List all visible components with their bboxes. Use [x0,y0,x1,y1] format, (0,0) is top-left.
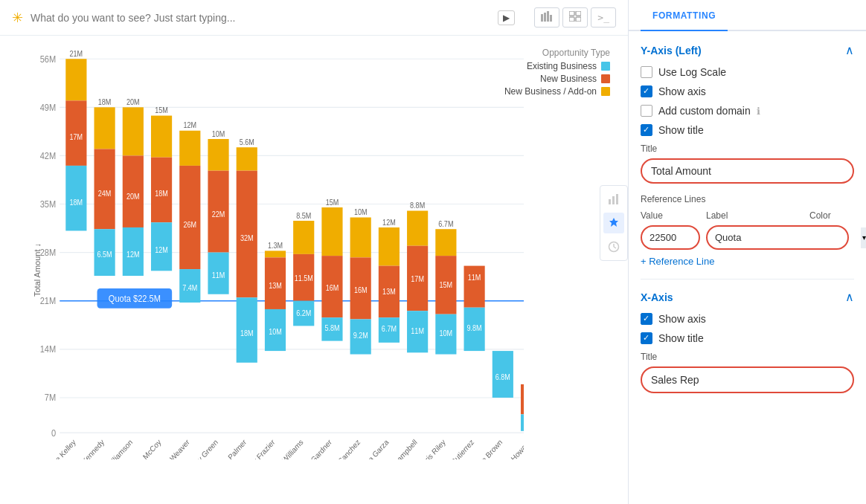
svg-text:12M: 12M [126,251,140,259]
svg-rect-101 [407,211,428,246]
ref-lines-label: Reference Lines [641,194,854,204]
svg-text:15M: 15M [326,198,339,207]
svg-text:10M: 10M [354,208,368,217]
svg-text:11.5M: 11.5M [295,274,313,282]
table-button[interactable] [562,7,588,28]
svg-rect-71 [265,251,286,257]
chart-view-icon[interactable] [603,189,624,210]
svg-text:9.8M: 9.8M [467,324,482,333]
color-dropdown-button[interactable]: ▾ [861,227,866,248]
svg-text:6.5M: 6.5M [97,251,112,259]
y-axis-collapse-icon[interactable]: ∧ [845,43,854,57]
svg-text:Chris Riley: Chris Riley [417,437,448,459]
legend-label-new: New Business [540,74,597,84]
svg-rect-114 [464,266,485,308]
show-axis-x-label: Show axis [658,313,706,325]
svg-text:Quota $22.5M: Quota $22.5M [109,293,161,303]
use-log-scale-label: Use Log Scale [658,66,726,78]
svg-text:9.2M: 9.2M [353,332,368,340]
x-axis-section-header: X-Axis ∧ [641,290,854,304]
svg-text:12M: 12M [183,121,196,130]
svg-text:18M: 18M [240,329,254,337]
svg-text:12M: 12M [155,245,168,254]
svg-text:21M: 21M [40,296,57,306]
svg-text:56M: 56M [40,54,57,64]
legend-label-existing: Existing Business [527,61,597,71]
panel-content: Y-Axis (Left) ∧ Use Log Scale Show axis … [629,31,866,405]
pin-icon[interactable] [603,213,624,233]
svg-text:14M: 14M [40,344,57,355]
svg-text:8.8M: 8.8M [410,201,425,210]
svg-text:11M: 11M [212,271,225,280]
search-input[interactable] [31,12,490,24]
x-axis-collapse-icon[interactable]: ∧ [845,290,854,304]
title-x-input[interactable] [641,366,854,393]
svg-text:Laura Garza: Laura Garza [356,438,390,459]
legend-dot-existing [601,62,610,71]
svg-text:20M: 20M [126,97,140,106]
svg-text:0: 0 [51,427,57,438]
show-title-y-label: Show title [658,124,704,136]
svg-text:10M: 10M [440,329,453,337]
side-icon-panel [600,185,628,261]
title-y-input[interactable] [641,158,854,184]
add-custom-domain-checkbox[interactable] [641,105,652,117]
svg-text:16M: 16M [326,284,339,293]
svg-text:24M: 24M [98,190,112,198]
show-axis-y-label: Show axis [658,85,706,97]
x-title-field-label: Title [641,352,854,362]
svg-text:6.7M: 6.7M [438,219,453,228]
show-axis-x-checkbox[interactable] [641,313,652,325]
ref-label-input[interactable] [706,225,849,250]
chart-svg: 56M 49M 42M 35M 28M 21M 14M 7M 0 Quota $… [30,51,524,459]
svg-rect-35 [94,107,115,149]
svg-rect-107 [435,229,456,256]
use-log-scale-checkbox[interactable] [641,66,652,78]
ref-value-header: Value [641,210,700,221]
bar-chart-button[interactable] [534,7,559,28]
svg-text:Laura Palmer: Laura Palmer [212,437,248,459]
svg-rect-124 [521,414,524,430]
ref-line-headers: Value Label Color [641,210,854,221]
svg-rect-89 [350,217,371,257]
svg-rect-54 [179,166,200,269]
add-ref-line-button[interactable]: + Reference Line [641,256,854,267]
title-field-label: Title [641,143,854,154]
svg-rect-77 [293,221,314,254]
svg-text:21M: 21M [70,51,83,58]
history-icon[interactable] [603,236,624,257]
svg-rect-3 [550,15,552,22]
svg-text:6.7M: 6.7M [382,325,397,334]
panel-tabs: FORMATTING [629,0,866,31]
svg-text:35M: 35M [40,198,57,209]
play-button[interactable]: ▶ [498,10,515,25]
show-title-x-checkbox[interactable] [641,332,652,344]
legend-dot-new [601,74,610,83]
svg-text:5.8M: 5.8M [324,324,339,333]
svg-rect-47 [151,116,172,158]
svg-text:28M: 28M [40,248,57,258]
svg-rect-4 [569,11,574,16]
show-axis-y-checkbox[interactable] [641,85,652,97]
ref-value-input[interactable] [641,225,700,250]
svg-rect-2 [547,11,549,22]
show-title-y-checkbox[interactable] [641,124,652,136]
code-button[interactable]: >_ [591,7,616,28]
add-custom-domain-row: Add custom domain ℹ [641,105,854,117]
x-axis-section-title: X-Axis [641,291,673,303]
svg-rect-0 [541,14,543,22]
section-divider [641,279,854,280]
svg-text:1.3M: 1.3M [268,242,283,251]
info-icon[interactable]: ℹ [757,106,760,117]
svg-line-148 [614,247,616,248]
legend-dot-addon [601,87,610,96]
svg-rect-29 [65,59,86,100]
svg-text:5.6M: 5.6M [240,138,254,146]
main-area: ✳ ▶ >_ [0,0,628,504]
right-panel: FORMATTING Y-Axis (Left) ∧ Use Log Scale… [628,0,866,504]
svg-rect-41 [123,107,144,155]
svg-text:22M: 22M [212,210,225,219]
svg-text:6.8M: 6.8M [495,373,510,382]
tab-formatting[interactable]: FORMATTING [641,0,728,31]
x-axis-section: X-Axis ∧ Show axis Show title Title [641,290,854,393]
